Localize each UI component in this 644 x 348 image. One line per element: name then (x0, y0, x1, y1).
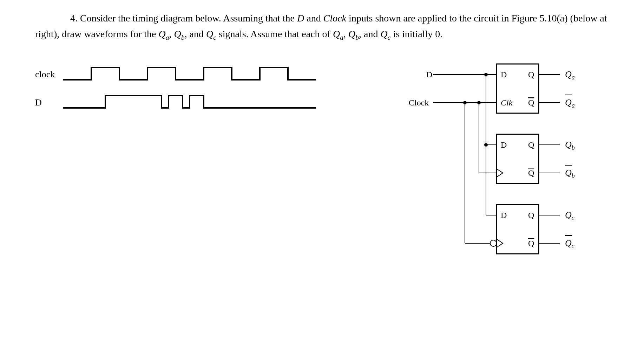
svg-text:Qb: Qb (565, 168, 575, 179)
svg-text:D: D (501, 70, 507, 79)
svg-text:Qb: Qb (565, 140, 575, 151)
svg-point-27 (490, 240, 497, 246)
d-input-label: D (426, 70, 432, 79)
d-waveform (63, 94, 323, 111)
flipflop-c: D Q Q Qc Qc (490, 205, 574, 254)
flipflop-b: D Q Q Qb Qb (497, 134, 575, 183)
clock-input-label: Clock (409, 98, 429, 107)
clock-waveform (63, 66, 323, 83)
timing-diagram: clock D (35, 57, 405, 270)
svg-text:Clk: Clk (501, 98, 513, 107)
svg-text:Qa: Qa (565, 69, 575, 81)
svg-text:Q: Q (528, 70, 534, 79)
problem-number: 4. (70, 13, 78, 24)
svg-text:Qc: Qc (565, 210, 574, 221)
clock-label: clock (35, 69, 63, 80)
svg-text:Q: Q (528, 239, 534, 248)
svg-text:Q: Q (528, 98, 534, 107)
svg-text:Qa: Qa (565, 97, 575, 109)
svg-text:D: D (501, 140, 507, 149)
svg-text:Q: Q (528, 211, 534, 220)
svg-text:Qc: Qc (565, 238, 574, 250)
flipflop-a: D Q Clk Q Qa Qa (497, 64, 575, 113)
svg-text:Q: Q (528, 140, 534, 149)
d-label: D (35, 97, 63, 108)
svg-text:Q: Q (528, 168, 534, 178)
svg-text:D: D (501, 211, 507, 220)
problem-statement: 4. Consider the timing diagram below. As… (35, 11, 609, 43)
circuit-diagram: D Clock D Q Clk Q Qa Qa (426, 57, 609, 270)
